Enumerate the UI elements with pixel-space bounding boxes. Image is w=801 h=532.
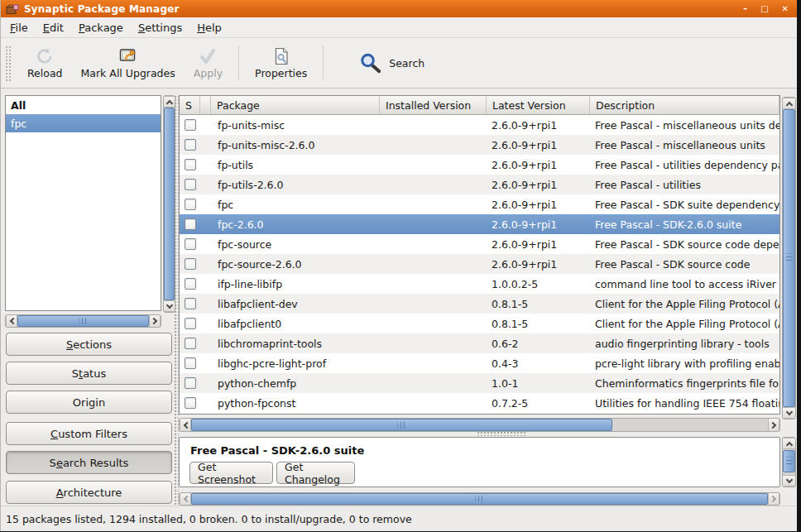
get-screenshot-button[interactable]: Get Screenshot (189, 462, 273, 484)
search-results-button[interactable]: Search Results (6, 451, 172, 474)
package-checkbox[interactable] (185, 278, 196, 290)
column-header-description[interactable]: Description (590, 96, 779, 114)
status-cell (180, 318, 200, 329)
sections-button[interactable]: Sections (6, 333, 172, 356)
origin-button[interactable]: Origin (6, 391, 172, 414)
package-checkbox[interactable] (185, 258, 196, 270)
package-checkbox[interactable] (185, 238, 196, 250)
details-horizontal-scrollbar[interactable] (179, 492, 780, 506)
cell-package: fpc-2.6.0 (211, 218, 380, 231)
menu-edit[interactable]: Edit (36, 19, 71, 36)
scroll-down-button[interactable] (783, 475, 795, 486)
status-cell (180, 278, 200, 290)
menu-package[interactable]: Package (71, 19, 131, 36)
menu-settings[interactable]: Settings (131, 19, 189, 36)
package-checkbox[interactable] (185, 338, 196, 349)
package-checkbox[interactable] (185, 159, 196, 170)
table-horizontal-scrollbar[interactable] (179, 418, 780, 432)
table-row[interactable]: fp-units-misc2.6.0-9+rpi1Free Pascal - m… (180, 115, 779, 135)
package-checkbox[interactable] (185, 318, 196, 329)
search-button[interactable]: Search (350, 49, 434, 77)
scrollbar-thumb[interactable] (783, 450, 795, 472)
status-cell (180, 397, 200, 409)
scroll-up-button[interactable] (783, 98, 795, 109)
table-row[interactable]: python-chemfp1.0-1Cheminformatics finger… (180, 373, 779, 393)
toolbar-grip[interactable] (4, 45, 12, 81)
package-checkbox[interactable] (185, 179, 196, 190)
table-row[interactable]: fpc2.6.0-9+rpi1Free Pascal - SDK suite d… (180, 194, 779, 214)
mnemonic: F (10, 22, 16, 34)
scroll-right-button[interactable] (768, 419, 779, 431)
package-checkbox[interactable] (185, 357, 196, 369)
cell-description: command line tool to access iRiver iFP (590, 278, 779, 290)
scroll-left-button[interactable] (6, 315, 17, 327)
column-header-installed-version[interactable]: Installed Version (380, 96, 487, 114)
properties-button[interactable]: Properties (246, 43, 316, 83)
column-header-latest-version[interactable]: Latest Version (487, 96, 590, 114)
package-checkbox[interactable] (185, 298, 196, 309)
table-row[interactable]: fp-units-misc-2.6.02.6.0-9+rpi1Free Pasc… (180, 135, 779, 155)
package-checkbox[interactable] (185, 377, 196, 389)
menu-file[interactable]: File (2, 19, 36, 36)
table-row[interactable]: libchromaprint-tools0.6-2audio fingerpri… (180, 333, 779, 353)
chevron-down-icon (785, 408, 792, 415)
package-checkbox[interactable] (185, 218, 196, 230)
apply-button[interactable]: Apply (185, 43, 232, 83)
scrollbar-thumb[interactable] (191, 419, 612, 431)
scroll-right-button[interactable] (768, 493, 779, 505)
scroll-up-button[interactable] (783, 438, 795, 449)
table-row[interactable]: fp-utils-2.6.02.6.0-9+rpi1Free Pascal - … (180, 175, 779, 194)
filter-list-horizontal-scrollbar[interactable] (5, 314, 161, 328)
package-checkbox[interactable] (185, 139, 196, 151)
table-row[interactable]: fp-utils2.6.0-9+rpi1Free Pascal - utilit… (180, 155, 779, 175)
scroll-left-button[interactable] (180, 493, 191, 505)
table-row[interactable]: libafpclient00.8.1-5Client for the Apple… (180, 314, 779, 333)
cell-description: Free Pascal - utilities (590, 179, 779, 191)
reload-button[interactable]: Reload (18, 43, 72, 83)
custom-filters-button[interactable]: Custom Filters (6, 422, 172, 445)
scrollbar-track[interactable] (191, 419, 768, 431)
scrollbar-track[interactable] (783, 449, 795, 475)
scroll-down-button[interactable] (783, 407, 795, 419)
scroll-right-button[interactable] (149, 315, 161, 327)
details-vertical-scrollbar[interactable] (782, 437, 796, 487)
table-vertical-scrollbar[interactable] (782, 97, 796, 419)
column-header-icon[interactable] (200, 96, 211, 114)
mark-all-upgrades-button[interactable]: Mark All Upgrades (72, 43, 185, 83)
table-row[interactable]: fpc-source-2.6.02.6.0-9+rpi1Free Pascal … (180, 254, 779, 274)
scrollbar-track[interactable] (17, 315, 149, 327)
status-button[interactable]: Status (6, 362, 172, 385)
cell-description: Free Pascal - utilities dependency pack (590, 159, 779, 171)
filter-item-fpc[interactable]: fpc (6, 114, 161, 132)
package-checkbox[interactable] (185, 397, 196, 409)
search-label: Search (389, 57, 424, 69)
scrollbar-thumb[interactable] (191, 493, 768, 505)
table-row[interactable]: fpc-source2.6.0-9+rpi1Free Pascal - SDK … (180, 234, 779, 254)
cell-description: Free Pascal - SDK source code depend (590, 238, 779, 251)
column-header-s[interactable]: S (180, 96, 200, 114)
architecture-button[interactable]: Architecture (6, 481, 172, 504)
scroll-left-button[interactable] (180, 419, 191, 431)
package-checkbox[interactable] (185, 199, 196, 210)
table-row[interactable]: libafpclient-dev0.8.1-5Client for the Ap… (180, 294, 779, 314)
maximize-icon[interactable]: □ (760, 5, 768, 13)
status-cell (180, 238, 200, 250)
scrollbar-track[interactable] (783, 109, 795, 407)
table-row[interactable]: ifp-line-libifp1.0.0.2-5command line too… (180, 274, 779, 294)
get-changelog-button[interactable]: Get Changelog (276, 462, 355, 484)
scrollbar-track[interactable] (191, 493, 768, 505)
column-header-package[interactable]: Package (211, 96, 380, 114)
apply-label: Apply (194, 67, 223, 79)
pane-splitter-horizontal[interactable] (477, 431, 526, 436)
table-row[interactable]: libghc-pcre-light-prof0.4-3pcre-light li… (180, 353, 779, 373)
window-title: Synaptic Package Manager (24, 3, 180, 15)
package-checkbox[interactable] (185, 119, 196, 131)
scrollbar-thumb[interactable] (783, 109, 795, 407)
scrollbar-thumb[interactable] (17, 315, 149, 327)
table-row[interactable]: fpc-2.6.02.6.0-9+rpi1Free Pascal - SDK-2… (180, 214, 779, 234)
filter-item-all[interactable]: All (6, 96, 161, 114)
table-row[interactable]: python-fpconst0.7.2-5Utilities for handl… (180, 393, 779, 413)
close-icon[interactable]: ✕ (782, 5, 789, 13)
minimize-icon[interactable]: – (743, 5, 747, 13)
menu-help[interactable]: Help (189, 19, 229, 36)
